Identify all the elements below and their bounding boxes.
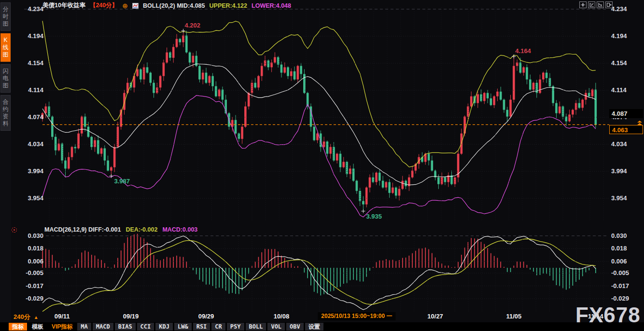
toolbar-tab-设置[interactable]: 设置	[305, 323, 323, 331]
macd-dea-readout: DEA:-0.002	[126, 226, 157, 233]
y-tick-left-7: 3.954	[21, 194, 43, 202]
macd-tick-right-1: 0.018	[611, 245, 638, 252]
y-tick-right-3: 4.114	[611, 86, 638, 94]
macd-tick-right-5: -0.029	[611, 295, 638, 302]
y-tick-right-1: 4.194	[611, 32, 638, 40]
toolbar-tab-模板[interactable]: 模板	[28, 323, 47, 331]
toolbar-tab-LW&[interactable]: LW&	[174, 323, 192, 331]
crosshair-pan-icon[interactable]	[579, 1, 587, 8]
period-selector-label: 240分	[14, 313, 30, 320]
y-tick-right-5: 4.034	[611, 140, 638, 148]
y-tick-right-2: 4.154	[611, 59, 638, 67]
last-price-tag: 4.087	[609, 109, 643, 118]
boll-upper-readout: UPPER:4.122	[210, 2, 248, 9]
chart-header: 美债10年收益率 【240分】 ⊕ BOLL(20,2) MID:4.085 U…	[42, 1, 291, 10]
x-tick-09/29: 09/29	[191, 313, 222, 320]
boll-lower-readout: LOWER:4.048	[252, 2, 291, 9]
toolbar-tab-PSY[interactable]: PSY	[227, 323, 244, 331]
toolbar-tab-BIAS[interactable]: BIAS	[115, 323, 136, 331]
x-tick-10/27: 10/27	[420, 313, 451, 320]
sidebar-tab-0[interactable]: 分时图	[0, 2, 11, 31]
toolbar-tab-RSI[interactable]: RSI	[193, 323, 210, 331]
macd-tick-left-5: -0.029	[21, 295, 43, 302]
y-tick-left-0: 4.234	[21, 5, 43, 13]
macd-header: MACD(26,12,9) DIFF:-0.001 DEA:-0.002 MAC…	[44, 226, 197, 233]
toolbar-tab-KDJ[interactable]: KDJ	[155, 323, 173, 331]
y-tick-left-5: 4.034	[21, 140, 43, 148]
toolbar-tab-CR[interactable]: CR	[211, 323, 225, 331]
macd-tick-right-3: -0.005	[611, 269, 638, 276]
period-selector[interactable]: 240分▲	[14, 313, 39, 321]
add-indicator-icon[interactable]: ⊕	[122, 2, 128, 10]
y-tick-right-6: 3.994	[611, 167, 638, 175]
macd-tick-right-2: 0.006	[611, 258, 638, 265]
macd-tick-left-1: 0.018	[21, 245, 43, 252]
toolbar-tab-指标[interactable]: 指标	[9, 323, 27, 331]
crosshair-time-tooltip: 2025/10/13 15:00~19:00 一	[318, 312, 395, 320]
toolbar-tab-OBV[interactable]: OBV	[286, 323, 304, 331]
period-tag[interactable]: 【240分】	[90, 1, 118, 10]
price-alert-icon[interactable]	[637, 119, 643, 128]
svg-text:3.987: 3.987	[114, 178, 130, 185]
macd-tick-right-4: -0.017	[611, 282, 638, 290]
time-axis: 240分▲ 09/1109/1909/2910/0810/2711/0511/1…	[0, 311, 644, 322]
mini-chart-icon[interactable]	[132, 3, 139, 9]
svg-text:3.935: 3.935	[366, 213, 382, 220]
macd-bar-readout: MACD:0.003	[162, 226, 197, 233]
sidebar-tab-2[interactable]: 闪电图	[0, 64, 11, 93]
indicator-toolbar: 指标模板VIP指标MAMACDBIASCCIKDJLW&RSICRPSYBOLL…	[0, 322, 644, 331]
sidebar-tab-1[interactable]: K线图	[0, 33, 11, 62]
macd-tick-left-2: 0.006	[21, 258, 43, 265]
chart-tools	[579, 1, 613, 8]
macd-tick-right-0: 0.030	[611, 232, 638, 239]
chart-type-sidebar: 分时图K线图闪电图合约资料	[0, 0, 11, 331]
macd-tick-left-3: -0.005	[21, 269, 43, 276]
y-tick-left-6: 3.994	[21, 167, 43, 175]
toolbar-tab-VIP指标[interactable]: VIP指标	[48, 323, 76, 331]
macd-marker-icon[interactable]	[12, 227, 17, 233]
macd-tick-left-0: 0.030	[21, 232, 43, 239]
axis-scale-left-icon[interactable]	[588, 1, 595, 8]
y-tick-right-7: 3.954	[611, 194, 638, 202]
chevron-up-icon: ▲	[34, 315, 39, 320]
toolbar-tab-MACD[interactable]: MACD	[93, 323, 113, 331]
x-tick-11/05: 11/05	[498, 313, 529, 320]
axis-scale-right-icon[interactable]	[597, 1, 604, 8]
y-tick-left-1: 4.194	[21, 32, 43, 40]
kline-app: 4.2023.9873.9354.164 分时图K线图闪电图合约资料 美债10年…	[0, 0, 644, 331]
sidebar-tab-3[interactable]: 合约资料	[0, 95, 11, 131]
y-tick-right-0: 4.234	[611, 5, 638, 13]
svg-text:4.202: 4.202	[185, 22, 201, 29]
macd-diff-readout: MACD(26,12,9) DIFF:-0.001	[44, 226, 121, 233]
y-tick-left-2: 4.154	[21, 59, 43, 67]
toolbar-tab-MA[interactable]: MA	[77, 323, 91, 331]
x-tick-09/11: 09/11	[47, 313, 78, 320]
x-tick-09/19: 09/19	[115, 313, 146, 320]
pane-export-icon[interactable]	[605, 1, 613, 8]
x-tick-10/08: 10/08	[266, 313, 297, 320]
y-tick-left-3: 4.114	[21, 86, 43, 94]
macd-tick-left-4: -0.017	[21, 282, 43, 290]
boll-mid-readout: BOLL(20,2) MID:4.085	[143, 2, 205, 9]
toolbar-tab-VOL[interactable]: VOL	[267, 323, 285, 331]
instrument-title: 美债10年收益率	[42, 1, 85, 10]
toolbar-tab-CCI[interactable]: CCI	[137, 323, 154, 331]
y-tick-left-4: 4.074	[21, 113, 43, 121]
price-chart[interactable]: 4.2023.9873.9354.164	[0, 0, 644, 331]
svg-text:4.164: 4.164	[515, 47, 531, 55]
toolbar-tab-BOLL[interactable]: BOLL	[246, 323, 266, 331]
